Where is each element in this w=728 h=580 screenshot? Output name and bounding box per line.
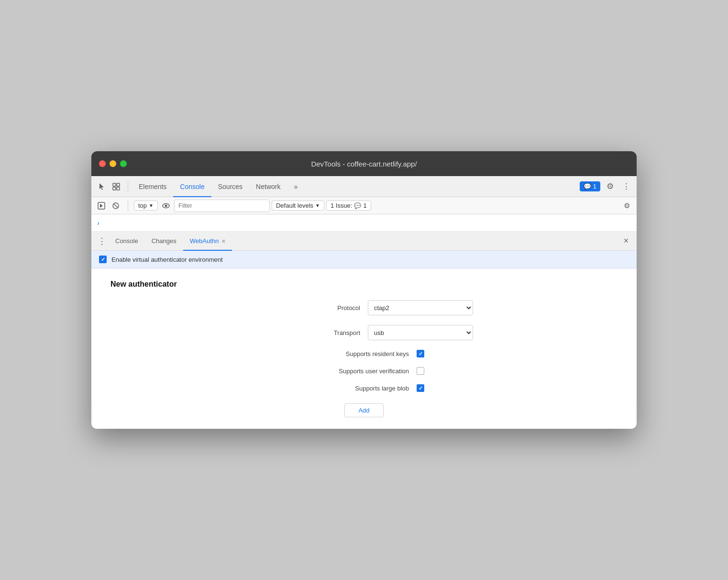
enable-checkbox[interactable] (99, 256, 107, 263)
console-toolbar: top ▼ Default levels ▼ 1 Issue: 💬 1 ⚙ (91, 197, 637, 214)
maximize-button[interactable] (120, 160, 127, 167)
tab-sources[interactable]: Sources (211, 176, 249, 197)
user-verification-label: Supports user verification (304, 368, 409, 375)
console-settings-icon[interactable]: ⚙ (620, 200, 633, 212)
close-panel-button[interactable]: × (619, 234, 633, 248)
panel-tabs-bar: ⋮ Console Changes WebAuthn × × (91, 232, 637, 251)
dropdown-arrow: ▼ (149, 203, 154, 208)
svg-line-6 (114, 203, 118, 208)
settings-button[interactable]: ⚙ (603, 180, 617, 193)
transport-row: Transport usb nfc ble internal (110, 325, 618, 340)
panel-tab-console-label: Console (115, 237, 138, 245)
protocol-label: Protocol (255, 304, 360, 312)
svg-rect-0 (113, 183, 116, 186)
svg-rect-3 (117, 187, 120, 190)
panel-tab-webauthn-label: WebAuthn (190, 237, 219, 245)
panel-tab-webauthn[interactable]: WebAuthn × (183, 232, 232, 251)
svg-point-8 (165, 204, 167, 207)
user-verification-row: Supports user verification (110, 367, 618, 375)
large-blob-checkbox[interactable] (417, 384, 424, 392)
panel-tab-changes-label: Changes (152, 237, 176, 245)
main-tabs-bar: Elements Console Sources Network » 💬 1 ⚙… (91, 176, 637, 197)
levels-arrow: ▼ (315, 203, 320, 208)
console-input-area: › (91, 214, 637, 232)
toolbar-divider-2 (128, 200, 128, 212)
close-button[interactable] (99, 160, 106, 167)
issues-button[interactable]: 1 Issue: 💬 1 (326, 201, 371, 211)
levels-label: Default levels (276, 202, 313, 209)
toolbar-divider (128, 181, 128, 192)
minimize-button[interactable] (110, 160, 116, 167)
add-button[interactable]: Add (344, 403, 383, 417)
section-title: New authenticator (110, 280, 618, 289)
traffic-lights (99, 160, 127, 167)
tab-actions: 💬 1 ⚙ ⋮ (580, 180, 633, 193)
svg-rect-2 (113, 187, 116, 190)
window-title: DevTools - coffee-cart.netlify.app/ (311, 160, 417, 168)
webauthn-tab-close[interactable]: × (221, 238, 225, 245)
tab-more[interactable]: » (287, 176, 304, 197)
transport-select[interactable]: usb nfc ble internal (368, 325, 473, 340)
user-verification-checkbox[interactable] (417, 367, 424, 375)
chat-icon: 💬 (584, 183, 591, 190)
panel-tab-console[interactable]: Console (109, 232, 145, 251)
tab-elements[interactable]: Elements (132, 176, 173, 197)
context-label: top (138, 202, 147, 209)
enable-row: Enable virtual authenticator environment (91, 251, 637, 268)
issues-count: 1 (363, 202, 366, 209)
tab-console[interactable]: Console (173, 176, 211, 197)
filter-input[interactable] (174, 200, 270, 212)
prompt-icon[interactable]: › (97, 219, 99, 227)
resident-keys-checkbox[interactable] (417, 350, 424, 357)
panel-menu-icon[interactable]: ⋮ (95, 234, 109, 248)
large-blob-row: Supports large blob (110, 384, 618, 392)
resident-keys-label: Supports resident keys (304, 350, 409, 357)
webauthn-panel: Enable virtual authenticator environment… (91, 251, 637, 429)
resident-keys-row: Supports resident keys (110, 350, 618, 357)
large-blob-label: Supports large blob (304, 385, 409, 392)
eye-icon[interactable] (160, 200, 172, 212)
block-icon[interactable] (110, 200, 122, 212)
chat-icon-2: 💬 (354, 202, 361, 209)
protocol-select[interactable]: ctap2 u2f (368, 300, 473, 315)
tab-network[interactable]: Network (249, 176, 287, 197)
issues-label: 1 Issue: (331, 202, 353, 209)
more-menu-button[interactable]: ⋮ (619, 180, 633, 193)
context-selector[interactable]: top ▼ (134, 201, 158, 211)
execute-icon[interactable] (95, 200, 108, 212)
issue-badge[interactable]: 💬 1 (580, 181, 600, 191)
enable-label: Enable virtual authenticator environment (111, 256, 223, 263)
levels-button[interactable]: Default levels ▼ (272, 201, 324, 211)
transport-label: Transport (255, 329, 360, 336)
svg-rect-1 (117, 183, 120, 186)
issue-count: 1 (593, 183, 596, 190)
cursor-icon[interactable] (95, 180, 109, 193)
layers-icon[interactable] (110, 180, 123, 193)
protocol-row: Protocol ctap2 u2f (110, 300, 618, 315)
panel-tab-changes[interactable]: Changes (145, 232, 183, 251)
auth-form: New authenticator Protocol ctap2 u2f Tra… (91, 268, 637, 429)
title-bar: DevTools - coffee-cart.netlify.app/ (91, 151, 637, 176)
devtools-window: DevTools - coffee-cart.netlify.app/ Elem… (91, 151, 637, 429)
